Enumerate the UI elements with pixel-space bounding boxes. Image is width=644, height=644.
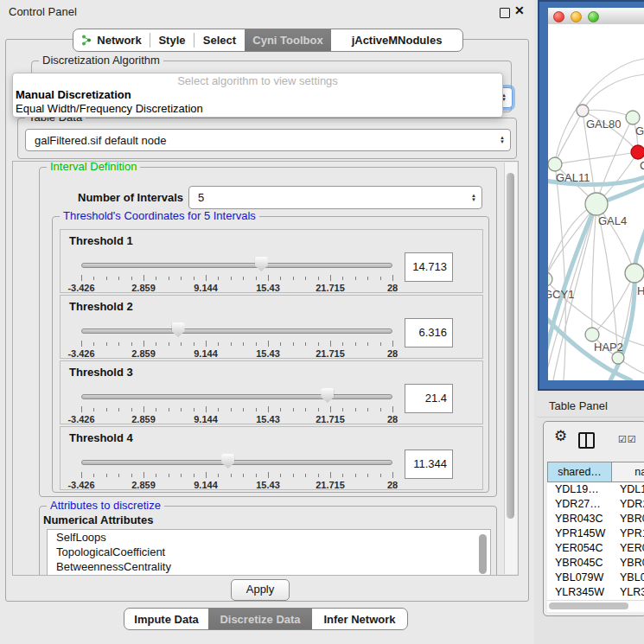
cell-name[interactable]: YPR145W (612, 526, 644, 541)
tab-discretize-data[interactable]: Discretize Data (208, 609, 312, 629)
scrollbar-thumb[interactable] (507, 173, 514, 519)
cell-name[interactable]: YBR043C (612, 512, 644, 526)
scrollbar-thumb[interactable] (549, 603, 628, 609)
threshold-2-value-field[interactable]: 6.316 (405, 318, 453, 348)
tab-infer-network[interactable]: Infer Network (312, 609, 407, 629)
stepper-arrows-icon: ▲▼ (466, 194, 481, 202)
cell-shared-name[interactable]: YPR145W (547, 526, 612, 541)
network-node-gcy1[interactable] (548, 272, 552, 286)
column-header-name[interactable]: name (612, 462, 644, 482)
float-window-icon[interactable] (500, 8, 510, 18)
tab-cyni-toolbox[interactable]: Cyni Toolbox (245, 29, 331, 51)
threshold-1-value-field[interactable]: 14.713 (405, 252, 453, 282)
cell-name[interactable]: YBR045C (612, 556, 644, 571)
tab-select[interactable]: Select (194, 29, 245, 51)
cell-shared-name[interactable]: YBR045C (547, 556, 612, 571)
network-node-c[interactable] (631, 145, 644, 159)
tick-mark (118, 474, 119, 477)
tick-mark (169, 277, 169, 280)
slider-track[interactable] (81, 263, 392, 268)
table-row[interactable]: YER054CYER054C (547, 541, 644, 556)
group-title: Threshold's Coordinates for 5 Intervals (60, 210, 259, 222)
cell-name[interactable]: YDR27 (612, 497, 644, 512)
cell-shared-name[interactable]: YLR345W (547, 585, 612, 600)
num-intervals-select[interactable]: 5 ▲▼ (188, 186, 482, 209)
network-node-hap2[interactable] (585, 328, 599, 341)
threshold-3-value-field[interactable]: 21.4 (405, 384, 453, 413)
slider-thumb[interactable] (255, 257, 268, 271)
zoom-traffic-light[interactable] (588, 11, 599, 22)
threshold-4-slider[interactable]: -3.4262.8599.14415.4321.71528 (81, 453, 392, 484)
tick-mark (268, 341, 269, 347)
tick-mark (256, 408, 257, 411)
numerical-attributes-list[interactable]: SelfLoopsTopologicalCoefficientBetweenne… (47, 529, 491, 576)
tab-jactivemnodules[interactable]: jActiveMNodules (331, 29, 462, 51)
cell-shared-name[interactable]: YBL079W (547, 571, 612, 585)
tab-impute-data[interactable]: Impute Data (124, 609, 208, 629)
threshold-3-slider[interactable]: -3.4262.8599.14415.4321.71528 (81, 387, 392, 418)
network-window-titlebar[interactable] (548, 8, 644, 25)
table-row[interactable]: YBR045CYBR045C (547, 556, 644, 571)
cell-shared-name[interactable]: YBR043C (547, 512, 612, 526)
tick-mark (380, 277, 381, 280)
slider-thumb[interactable] (321, 388, 334, 403)
tick-mark (106, 277, 107, 280)
gear-icon[interactable]: ⚙ (554, 429, 567, 443)
tick-mark (231, 408, 232, 411)
network-node-gal11[interactable] (548, 157, 562, 171)
cell-name[interactable]: YDL19 (612, 482, 644, 497)
slider-track[interactable] (81, 328, 392, 334)
apply-button[interactable]: Apply (231, 579, 290, 601)
tick-mark (367, 342, 368, 346)
close-icon[interactable]: ✕ (514, 3, 525, 17)
cell-shared-name[interactable]: YDR27… (547, 497, 612, 512)
tick-mark (330, 406, 331, 412)
cell-name[interactable]: YBL079W (612, 571, 644, 585)
attribute-list-item[interactable]: BetweennessCentrality (48, 559, 490, 574)
slider-track[interactable] (81, 460, 392, 465)
network-canvas[interactable]: GAL80GACGAL11GAL4HGCY1HAP2 (548, 24, 644, 380)
slider-track[interactable] (81, 394, 392, 399)
minimize-traffic-light[interactable] (571, 11, 582, 22)
column-header-shared-name[interactable]: shared… (547, 462, 612, 482)
table-row[interactable]: YDL19…YDL19 (547, 482, 644, 497)
tab-network[interactable]: Network (73, 29, 150, 51)
slider-thumb[interactable] (221, 454, 234, 469)
table-row[interactable]: YBR043CYBR043C (547, 512, 644, 526)
table-data-select[interactable]: galFiltered.sif default node ▲▼ (25, 129, 511, 151)
settings-scroll-area: Interval Definition Number of Intervals … (12, 161, 519, 576)
cell-name[interactable]: YER054C (612, 541, 644, 556)
tab-style[interactable]: Style (150, 29, 194, 51)
table-row[interactable]: YDR27…YDR27 (547, 497, 644, 512)
cell-name[interactable]: YLR345W (612, 585, 644, 600)
attribute-list-item[interactable]: TopologicalCoefficient (48, 545, 490, 559)
table-row[interactable]: YPR145WYPR145W (547, 526, 644, 541)
attribute-list-item[interactable]: SelfLoops (48, 530, 490, 545)
table-row[interactable]: YLR345WYLR345W (547, 585, 644, 600)
threshold-1-slider[interactable]: -3.4262.8599.14415.4321.71528 (81, 256, 392, 287)
tick-mark (169, 408, 169, 411)
network-node-gal4[interactable] (585, 193, 608, 215)
slider-thumb[interactable] (172, 322, 185, 337)
cell-shared-name[interactable]: YDL19… (547, 482, 612, 497)
list-scrollbar[interactable] (477, 531, 489, 576)
close-traffic-light[interactable] (553, 11, 564, 22)
dropdown-option-manual[interactable]: Manual Discretization (13, 88, 502, 102)
settings-scrollbar[interactable] (504, 163, 517, 574)
network-node[interactable] (612, 352, 624, 364)
cell-shared-name[interactable]: YER054C (547, 541, 612, 556)
threshold-4-value-field[interactable]: 11.344 (405, 450, 453, 479)
network-node-ga[interactable] (626, 111, 640, 124)
scrollbar-thumb[interactable] (479, 534, 487, 574)
table-horizontal-scrollbar[interactable] (547, 600, 644, 612)
dropdown-option-equal-width[interactable]: Equal Width/Frequency Discretization (13, 102, 502, 116)
checkbox-icons[interactable]: ☑☑ (618, 434, 637, 445)
node-label: GAL11 (556, 171, 590, 184)
threshold-2-slider[interactable]: -3.4262.8599.14415.4321.71528 (81, 322, 392, 353)
network-node-gal80[interactable] (577, 105, 589, 117)
node-label: GCY1 (548, 288, 574, 301)
network-node-h[interactable] (625, 264, 644, 283)
table-row[interactable]: YBL079WYBL079W (547, 571, 644, 585)
split-panel-icon[interactable] (578, 432, 595, 449)
slider-tick-labels: -3.4262.8599.14415.4321.71528 (81, 414, 392, 424)
